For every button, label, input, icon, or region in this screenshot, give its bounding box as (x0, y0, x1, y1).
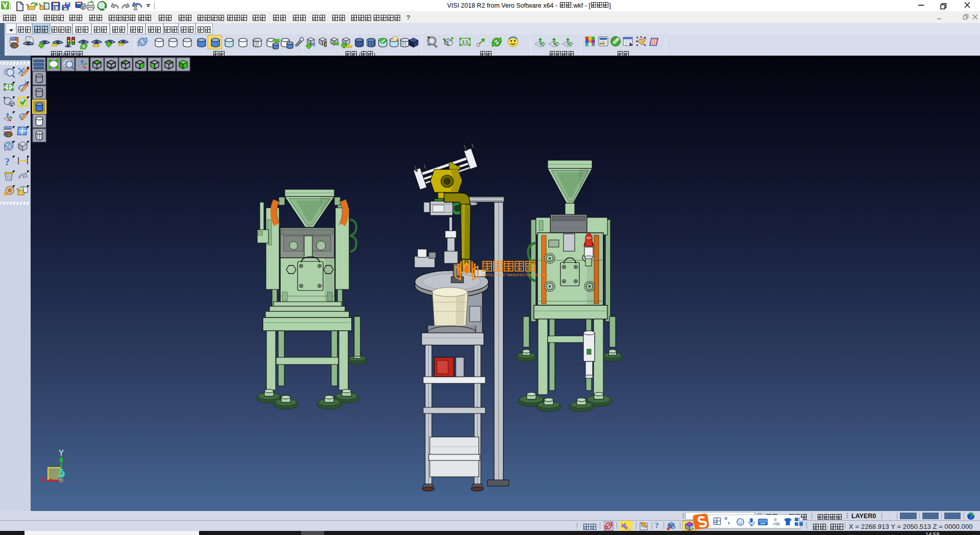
svg-text:1:1: 1:1 (462, 39, 469, 44)
svg-text:?: ? (5, 156, 10, 167)
